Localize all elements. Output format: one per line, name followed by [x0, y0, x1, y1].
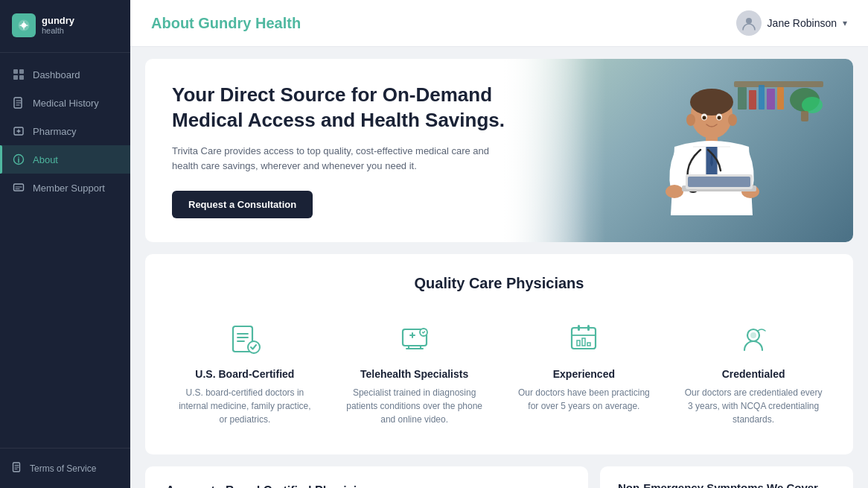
- terms-icon: [12, 462, 22, 475]
- svg-rect-1: [13, 69, 18, 74]
- hero-section: Your Direct Source for On-Demand Medical…: [145, 59, 853, 242]
- svg-point-29: [728, 114, 737, 126]
- svg-rect-18: [777, 87, 784, 110]
- sidebar-footer: Terms of Service: [0, 448, 130, 488]
- page-title: About Gundry Health: [151, 15, 301, 32]
- sidebar-nav: Dashboard Medical History Pharmacy: [0, 53, 130, 448]
- sidebar-item-medical-history[interactable]: Medical History: [0, 89, 130, 117]
- sidebar-item-dashboard[interactable]: Dashboard: [0, 60, 130, 89]
- pharmacy-icon: [12, 124, 25, 138]
- card-title-1: U.S. Board-Certified: [175, 368, 315, 380]
- hero-content: Your Direct Source for On-Demand Medical…: [145, 59, 534, 242]
- svg-rect-17: [767, 89, 775, 110]
- card-title-2: Telehealth Specialists: [345, 368, 485, 380]
- svg-rect-37: [688, 177, 750, 187]
- experienced-icon: [564, 320, 603, 359]
- svg-point-27: [718, 116, 721, 120]
- symptoms-section: Non-Emergency Symptoms We Cover Fever Pi…: [600, 466, 853, 488]
- telehealth-icon: [395, 320, 434, 359]
- logo-area: gundryhealth: [0, 0, 130, 53]
- symptoms-title: Non-Emergency Symptoms We Cover: [618, 481, 835, 488]
- main-content: About Gundry Health Jane Robinson ▾ Your…: [130, 0, 868, 488]
- sidebar: gundryhealth Dashboard: [0, 0, 130, 488]
- svg-rect-43: [578, 325, 580, 331]
- certified-icon: [226, 320, 264, 359]
- svg-rect-3: [13, 75, 18, 80]
- quality-grid: U.S. Board-Certified U.S. board-certifie…: [167, 313, 831, 434]
- svg-point-28: [686, 114, 695, 126]
- svg-rect-4: [19, 75, 24, 80]
- info-icon: [12, 153, 25, 166]
- terms-label: Terms of Service: [30, 463, 96, 474]
- svg-point-23: [690, 89, 733, 115]
- support-icon: [12, 181, 25, 194]
- user-name: Jane Robinson: [768, 17, 837, 29]
- hero-description: Trivita Care provides access to top qual…: [172, 144, 508, 175]
- access-title: Access to Board Certified Physicians: [166, 484, 567, 488]
- sidebar-item-label: Member Support: [33, 183, 105, 194]
- hero-title: Your Direct Source for On-Demand Medical…: [172, 83, 508, 133]
- svg-point-20: [802, 97, 823, 113]
- svg-point-46: [750, 332, 756, 338]
- card-desc-1: U.S. board-certified doctors in internal…: [175, 386, 315, 426]
- svg-rect-15: [749, 90, 756, 110]
- card-title-3: Experienced: [514, 368, 654, 380]
- user-menu[interactable]: Jane Robinson ▾: [736, 10, 847, 36]
- card-title-4: Credentialed: [683, 368, 823, 380]
- sidebar-item-pharmacy[interactable]: Pharmacy: [0, 117, 130, 145]
- quality-section: Quality Care Physicians U.S. Board-Certi…: [145, 254, 853, 454]
- svg-rect-16: [759, 85, 765, 110]
- hero-image: [500, 59, 854, 242]
- card-desc-3: Our doctors have been practicing for ove…: [514, 386, 654, 413]
- quality-card-board-certified: U.S. Board-Certified U.S. board-certifie…: [167, 313, 322, 434]
- brand-name: gundryhealth: [42, 16, 74, 35]
- page-header: About Gundry Health Jane Robinson ▾: [130, 0, 868, 47]
- logo: gundryhealth: [12, 13, 118, 37]
- svg-point-8: [18, 156, 19, 158]
- quality-section-title: Quality Care Physicians: [167, 275, 831, 292]
- file-icon: [12, 96, 25, 110]
- svg-point-33: [666, 185, 683, 198]
- cta-button[interactable]: Request a Consultation: [172, 191, 313, 218]
- user-avatar: [736, 10, 762, 36]
- svg-rect-21: [801, 111, 808, 121]
- sidebar-item-label: Medical History: [33, 98, 99, 109]
- svg-point-26: [703, 116, 706, 120]
- quality-card-credentialed: Credentialed Our doctors are credentiale…: [676, 313, 831, 434]
- card-desc-2: Specialist trained in diagnosing patient…: [345, 386, 485, 426]
- access-section: Access to Board Certified Physicians We …: [145, 466, 588, 488]
- credentialed-icon: [734, 320, 773, 359]
- dashboard-icon: [12, 68, 25, 81]
- doctor-illustration: [622, 66, 831, 230]
- logo-icon: [12, 13, 36, 37]
- svg-point-11: [746, 18, 752, 24]
- chevron-down-icon: ▾: [843, 18, 847, 28]
- svg-rect-14: [738, 87, 747, 110]
- svg-rect-13: [734, 81, 823, 87]
- svg-rect-44: [587, 325, 590, 331]
- bottom-row: Access to Board Certified Physicians We …: [145, 466, 853, 488]
- sidebar-item-label: Pharmacy: [33, 126, 77, 137]
- card-desc-4: Our doctors are credentialed every 3 yea…: [683, 386, 823, 426]
- sidebar-item-about[interactable]: About: [0, 145, 130, 174]
- sidebar-item-label: Dashboard: [33, 69, 80, 80]
- quality-card-telehealth: Telehealth Specialists Specialist traine…: [337, 313, 492, 434]
- terms-link[interactable]: Terms of Service: [12, 457, 118, 479]
- svg-rect-2: [19, 69, 24, 74]
- sidebar-item-member-support[interactable]: Member Support: [0, 174, 130, 202]
- sidebar-item-label: About: [33, 154, 58, 165]
- quality-card-experienced: Experienced Our doctors have been practi…: [507, 313, 662, 434]
